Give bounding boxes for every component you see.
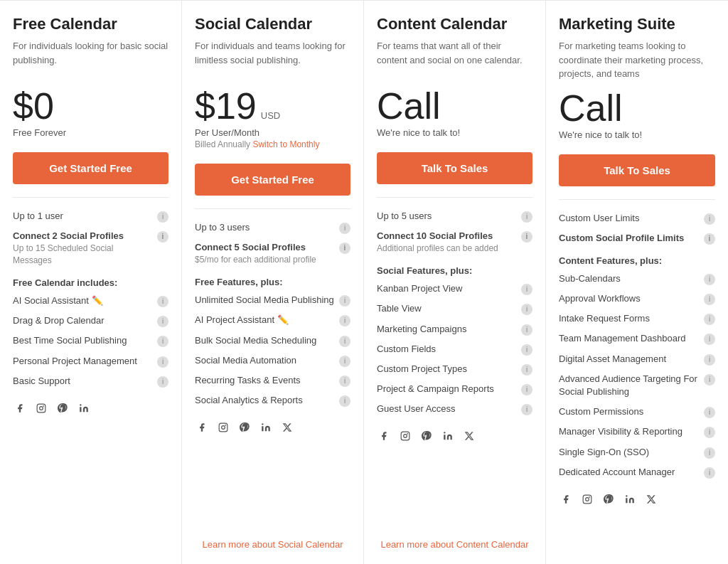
feature-row-content-6: Guest User Accessi [377,399,532,419]
feature-row-marketing-4: Digital Asset Managementi [559,349,715,369]
feature-row-free-4: Basic Supporti [13,371,168,391]
feature-text-marketing-8: Single Sign-On (SSO) [559,446,700,459]
svg-point-3 [80,404,81,405]
social-icon-p-content[interactable] [419,429,434,443]
info-icon-feat-marketing-5: i [704,374,715,385]
info-icon-connect-social: i [339,243,350,254]
feature-text-free-2: Best Time Social Publishing [13,334,153,347]
section-label-social: Free Features, plus: [195,277,350,287]
divider-1-social [195,208,350,209]
social-icon-ig-free[interactable] [34,401,48,415]
info-icon-feat-free-2: i [157,336,168,347]
section-label-marketing: Content Features, plus: [559,255,715,266]
feature-row-free-1: Drag & Drop Calendari [13,311,168,331]
connect-text-marketing: Custom Social Profile Limits [559,232,700,245]
plan-name-free: Free Calendar [13,15,168,33]
info-icon-feat-free-1: i [157,316,168,327]
cta-button-content[interactable]: Talk To Sales [377,152,532,184]
info-icon-users-content: i [521,211,532,223]
connect-row-free: Connect 2 Social ProfilesUp to 15 Schedu… [13,226,168,270]
users-row-social: Up to 3 usersi [195,218,350,238]
feature-text-content-6: Guest User Access [377,403,517,415]
price-block-content: CallWe're nice to talk to! [377,87,532,138]
learn-more-content[interactable]: Learn more about Content Calendar [377,532,532,550]
feature-text-marketing-7: Manager Visibility & Reporting [559,425,700,438]
feature-text-marketing-1: Approval Workflows [559,292,700,305]
social-icon-in-marketing[interactable] [623,492,637,506]
plan-desc-content: For teams that want all of their content… [377,39,532,79]
feature-row-social-2: Bulk Social Media Schedulingi [195,331,350,351]
connect-text-social: Connect 5 Social Profiles$5/mo for each … [195,241,335,266]
info-icon-feat-social-3: i [339,356,350,367]
users-row-free: Up to 1 useri [13,206,168,226]
social-icon-f-content[interactable] [377,429,391,443]
feature-text-free-0: AI Social Assistant ✏️ [13,294,153,307]
price-sub-content: We're nice to talk to! [377,127,532,138]
feature-row-content-0: Kanban Project Viewi [377,279,532,299]
connect-row-content: Connect 10 Social ProfilesAdditional pro… [377,226,532,258]
price-block-free: $0Free Forever [13,87,168,138]
feature-text-social-0: Unlimited Social Media Publishing [195,294,335,307]
plan-desc-free: For individuals looking for basic social… [13,39,168,79]
svg-rect-8 [401,432,410,441]
info-icon-users-free: i [157,211,168,223]
plan-col-free: Free CalendarFor individuals looking for… [0,1,182,564]
users-row-content: Up to 5 usersi [377,206,532,226]
social-icon-p-free[interactable] [55,401,70,415]
section-label-content: Social Features, plus: [377,265,532,276]
feature-text-marketing-6: Custom Permissions [559,405,700,418]
social-icon-f-marketing[interactable] [559,492,573,506]
svg-point-13 [586,498,589,501]
feature-text-content-4: Custom Project Types [377,363,517,376]
social-icon-tw-content[interactable] [462,429,476,443]
social-icon-f-free[interactable] [13,401,27,415]
plan-col-content: Content CalendarFor teams that want all … [364,1,546,564]
info-icon-feat-marketing-9: i [704,467,715,479]
social-icon-ig-marketing[interactable] [580,492,594,506]
social-icon-in-content[interactable] [441,429,455,443]
learn-more-social[interactable]: Learn more about Social Calendar [195,532,350,550]
users-text-marketing: Custom User Limits [559,212,700,225]
cta-button-marketing[interactable]: Talk To Sales [559,154,715,186]
feature-text-content-2: Marketing Campaigns [377,323,517,336]
info-icon-feat-social-2: i [339,336,350,347]
social-icon-p-social[interactable] [237,420,252,435]
feature-text-free-1: Drag & Drop Calendar [13,314,153,327]
price-value-social: $19USD [195,87,350,124]
info-icon-feat-content-0: i [521,284,532,295]
price-block-social: $19USDPer User/MonthBilled Annually Swit… [195,87,350,149]
connect-sub-free: Up to 15 Scheduled Social Messages [13,243,153,267]
social-icon-f-social[interactable] [195,420,209,435]
feature-text-free-3: Personal Project Management [13,355,153,368]
social-icons-free [13,401,168,415]
feature-row-marketing-8: Single Sign-On (SSO)i [559,442,715,462]
info-icon-feat-marketing-4: i [704,354,715,366]
feature-row-content-3: Custom Fieldsi [377,339,532,359]
feature-row-marketing-6: Custom Permissionsi [559,402,715,422]
svg-point-9 [404,435,407,438]
info-icon-feat-marketing-3: i [704,334,715,345]
connect-text-free: Connect 2 Social ProfilesUp to 15 Schedu… [13,230,153,267]
social-icon-ig-content[interactable] [398,429,412,443]
social-icon-tw-marketing[interactable] [644,492,658,506]
pricing-grid: Free CalendarFor individuals looking for… [0,0,728,564]
connect-sub-social: $5/mo for each additional profile [195,254,335,266]
social-icon-ig-social[interactable] [216,420,230,435]
plan-col-social: Social CalendarFor individuals and teams… [182,1,364,564]
feature-row-marketing-0: Sub-Calendarsi [559,269,715,289]
info-icon-feat-social-0: i [339,295,350,307]
users-row-marketing: Custom User Limitsi [559,208,715,228]
info-icon-feat-marketing-6: i [704,407,715,418]
cta-button-social[interactable]: Get Started Free [195,164,350,196]
social-icon-in-social[interactable] [259,420,273,435]
feature-row-marketing-2: Intake Request Formsi [559,309,715,329]
social-icon-in-free[interactable] [77,401,91,415]
social-icon-tw-social[interactable] [280,420,294,435]
switch-billing-social[interactable]: Switch to Monthly [252,139,319,149]
feature-row-marketing-9: Dedicated Account Manageri [559,462,715,482]
connect-row-marketing: Custom Social Profile Limitsi [559,228,715,248]
feature-row-social-0: Unlimited Social Media Publishingi [195,290,350,310]
social-icon-p-marketing[interactable] [601,492,616,506]
feature-row-marketing-1: Approval Workflowsi [559,289,715,309]
cta-button-free[interactable]: Get Started Free [13,152,168,184]
